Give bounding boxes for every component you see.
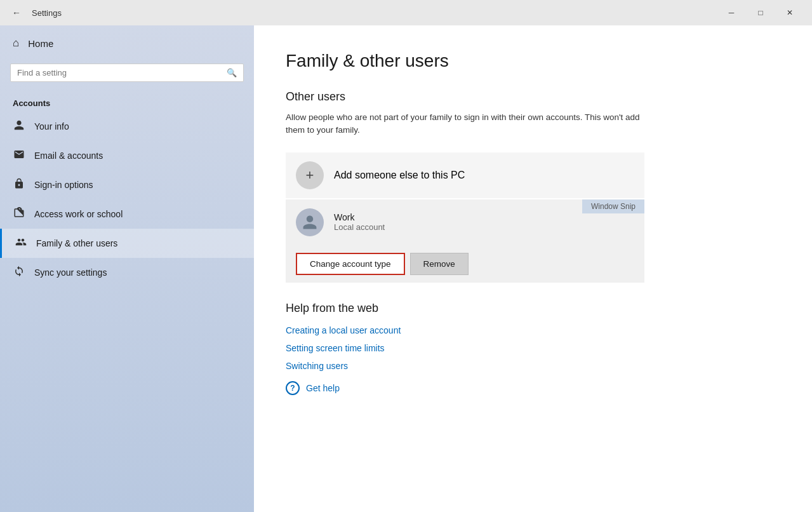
user-account-block: Work Local account Window Snip Change ac… xyxy=(286,199,644,283)
other-users-desc: Allow people who are not part of your fa… xyxy=(286,111,641,137)
help-link-2[interactable]: Switching users xyxy=(286,361,780,371)
add-user-label: Add someone else to this PC xyxy=(334,170,465,181)
app-title: Settings xyxy=(32,8,717,18)
work-icon xyxy=(13,207,25,221)
search-input[interactable] xyxy=(17,68,227,77)
sync-label: Sync your settings xyxy=(34,267,107,278)
sidebar-item-sync[interactable]: Sync your settings xyxy=(0,258,254,287)
add-icon: + xyxy=(296,161,324,189)
action-buttons: Change account type Remove xyxy=(286,245,644,283)
window-snip-tooltip: Window Snip xyxy=(582,199,644,213)
family-other-label: Family & other users xyxy=(36,238,117,248)
other-users-title: Other users xyxy=(286,90,780,104)
search-icon: 🔍 xyxy=(227,68,237,77)
change-account-type-button[interactable]: Change account type xyxy=(296,253,405,275)
sidebar-item-your-info[interactable]: Your info xyxy=(0,112,254,141)
sidebar-item-sign-in[interactable]: Sign-in options xyxy=(0,170,254,199)
user-name: Work xyxy=(334,212,385,222)
main-content: Family & other users Other users Allow p… xyxy=(254,25,812,512)
remove-button[interactable]: Remove xyxy=(410,253,469,275)
window-controls: ─ □ ✕ xyxy=(717,0,804,25)
close-button[interactable]: ✕ xyxy=(775,0,804,25)
sidebar-item-email-accounts[interactable]: Email & accounts xyxy=(0,141,254,170)
your-info-label: Your info xyxy=(34,121,69,131)
your-info-icon xyxy=(13,119,25,133)
help-link-0[interactable]: Creating a local user account xyxy=(286,325,780,335)
sidebar: ⌂ Home 🔍 Accounts Your info Email & acco… xyxy=(0,25,254,512)
sidebar-item-access-work[interactable]: Access work or school xyxy=(0,199,254,229)
search-box: 🔍 xyxy=(10,64,244,82)
help-link-1[interactable]: Setting screen time limits xyxy=(286,343,780,353)
get-help-icon: ? xyxy=(286,381,300,395)
minimize-button[interactable]: ─ xyxy=(717,0,746,25)
help-title: Help from the web xyxy=(286,302,780,315)
back-button[interactable]: ← xyxy=(8,4,25,22)
sidebar-item-family-other[interactable]: Family & other users xyxy=(0,229,254,258)
get-help-label: Get help xyxy=(306,383,340,393)
email-icon xyxy=(13,149,25,163)
sidebar-item-home[interactable]: ⌂ Home xyxy=(0,25,254,61)
maximize-button[interactable]: □ xyxy=(746,0,775,25)
avatar xyxy=(296,208,324,236)
access-work-label: Access work or school xyxy=(34,209,123,219)
sidebar-section-title: Accounts xyxy=(0,92,254,112)
page-title: Family & other users xyxy=(286,51,780,71)
sync-icon xyxy=(13,266,25,280)
sign-in-icon xyxy=(13,178,25,192)
get-help[interactable]: ? Get help xyxy=(286,381,780,395)
add-user-row[interactable]: + Add someone else to this PC xyxy=(286,152,644,198)
email-accounts-label: Email & accounts xyxy=(34,151,103,161)
user-type: Local account xyxy=(334,222,385,232)
user-row[interactable]: Work Local account Window Snip xyxy=(286,199,644,245)
home-label: Home xyxy=(28,38,53,49)
family-icon xyxy=(15,236,27,250)
user-info: Work Local account xyxy=(334,212,385,232)
app-body: ⌂ Home 🔍 Accounts Your info Email & acco… xyxy=(0,25,812,512)
titlebar: ← Settings ─ □ ✕ xyxy=(0,0,812,25)
sign-in-label: Sign-in options xyxy=(34,180,93,190)
home-icon: ⌂ xyxy=(13,37,19,50)
